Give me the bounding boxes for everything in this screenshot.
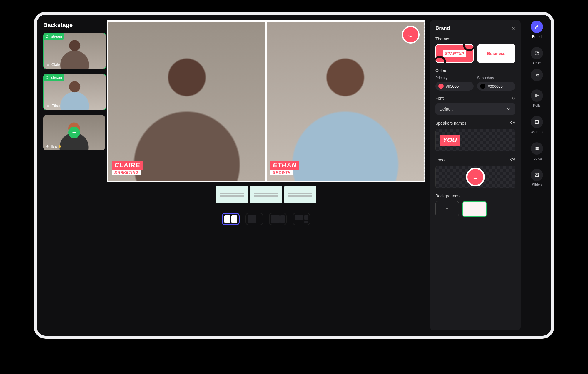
- backstage-participant[interactable]: On stream Claire: [43, 33, 106, 69]
- brand-panel-title: Brand: [435, 25, 450, 31]
- participant-name-row: Ethan: [46, 103, 61, 108]
- primary-color-label: Primary: [435, 76, 474, 80]
- speaker-video: [108, 22, 265, 181]
- nav-slides[interactable]: Slides: [531, 169, 543, 187]
- right-nav: Brand Chat Polls Widgets Topics Slides: [522, 15, 551, 336]
- layout-option-sidebar[interactable]: [269, 213, 287, 225]
- speaker-video: [267, 22, 424, 181]
- chevron-down-icon: [506, 106, 511, 112]
- stage-speaker-tile[interactable]: ETHAN GROWTH: [267, 22, 424, 181]
- mic-icon: [46, 145, 49, 148]
- backstage-title: Backstage: [43, 22, 98, 29]
- speaker-nametag: ETHAN GROWTH: [270, 161, 299, 175]
- stage-speaker-tile[interactable]: CLAIRE MARKETING: [108, 22, 265, 181]
- status-dot-icon: [59, 145, 61, 148]
- layout-option-grid[interactable]: [293, 213, 310, 225]
- add-background-button[interactable]: +: [435, 201, 459, 216]
- primary-color-control[interactable]: Primary #ff5065: [435, 76, 474, 91]
- close-icon[interactable]: ✕: [512, 26, 515, 31]
- layout-option-split[interactable]: [222, 213, 240, 225]
- logo-preview[interactable]: [435, 166, 515, 188]
- stage-area: CLAIRE MARKETING ETHAN GROWTH: [101, 15, 429, 336]
- speaker-subtitle: GROWTH: [270, 170, 293, 175]
- polls-icon: [534, 93, 539, 98]
- layout-picker: [107, 213, 425, 225]
- primary-color-value: #ff5065: [446, 84, 459, 89]
- section-label-font: Font ↺: [435, 96, 515, 101]
- mic-icon: [46, 63, 50, 66]
- visibility-toggle-icon[interactable]: [510, 157, 515, 163]
- speaker-name-preview[interactable]: YOU: [435, 129, 515, 151]
- pencil-icon: [534, 24, 539, 29]
- section-label-colors: Colors: [435, 68, 515, 73]
- people-icon: [534, 72, 539, 78]
- slide-thumbnails: [107, 186, 425, 203]
- app-window: Backstage On stream Claire On stream Eth…: [34, 12, 554, 339]
- participant-name: Claire: [51, 62, 61, 67]
- backstage-participant[interactable]: On stream Ethan: [43, 74, 106, 110]
- secondary-color-value: #000000: [488, 84, 503, 89]
- font-select[interactable]: Default: [435, 103, 515, 115]
- brand-panel: Brand ✕ Themes STARTUP Business Colors P…: [430, 20, 521, 330]
- primary-swatch: [438, 84, 444, 89]
- reset-font-icon[interactable]: ↺: [512, 96, 515, 101]
- section-label-backgrounds: Backgrounds: [435, 193, 515, 198]
- section-label-logo: Logo: [435, 157, 515, 163]
- visibility-toggle-icon[interactable]: [510, 120, 515, 126]
- image-icon: [534, 172, 539, 178]
- window-handle: [551, 32, 553, 39]
- secondary-color-label: Secondary: [477, 76, 515, 80]
- participant-name-row: Claire: [46, 62, 61, 67]
- layout-option-pip[interactable]: [245, 213, 263, 225]
- nav-brand[interactable]: Brand: [531, 21, 543, 39]
- logo-icon: [466, 168, 485, 186]
- slide-thumb[interactable]: [284, 186, 316, 203]
- chat-icon: [534, 51, 539, 56]
- speaker-name: ETHAN: [270, 161, 299, 170]
- mic-icon: [46, 104, 50, 108]
- add-to-stream-button[interactable]: +: [68, 127, 80, 138]
- speaker-name: CLAIRE: [112, 161, 143, 170]
- background-option[interactable]: [462, 201, 487, 217]
- theme-option-business[interactable]: Business: [477, 44, 515, 63]
- section-label-speakers: Speakers names: [435, 120, 515, 126]
- participant-name-row: Ilsa: [46, 144, 61, 148]
- theme-option-startup[interactable]: STARTUP: [435, 44, 474, 63]
- backstage-participant[interactable]: + Ilsa: [43, 115, 105, 150]
- secondary-swatch: [480, 84, 485, 89]
- list-icon: [534, 146, 539, 151]
- nav-polls[interactable]: Polls: [531, 89, 543, 108]
- secondary-color-control[interactable]: Secondary #000000: [477, 76, 515, 91]
- slide-thumb[interactable]: [250, 186, 282, 203]
- nav-widgets[interactable]: Widgets: [530, 116, 543, 134]
- svg-point-1: [512, 159, 514, 160]
- nav-topics[interactable]: Topics: [531, 142, 543, 161]
- slide-thumb[interactable]: [216, 186, 248, 203]
- speaker-nametag: CLAIRE MARKETING: [112, 161, 143, 175]
- widgets-icon: [534, 119, 539, 125]
- participant-name: Ilsa: [51, 144, 57, 148]
- font-value: Default: [440, 107, 452, 111]
- svg-point-0: [512, 122, 514, 123]
- speaker-subtitle: MARKETING: [112, 170, 141, 175]
- section-label-themes: Themes: [435, 36, 515, 41]
- onstream-badge: On stream: [44, 74, 64, 81]
- backstage-panel: Backstage On stream Claire On stream Eth…: [37, 15, 101, 336]
- speaker-tag-preview: YOU: [440, 135, 460, 146]
- onstream-badge: On stream: [44, 33, 64, 40]
- nav-chat[interactable]: Chat: [531, 47, 543, 81]
- live-stage: CLAIRE MARKETING ETHAN GROWTH: [107, 20, 425, 182]
- stage-logo-icon: [402, 26, 420, 44]
- participant-name: Ethan: [51, 103, 61, 108]
